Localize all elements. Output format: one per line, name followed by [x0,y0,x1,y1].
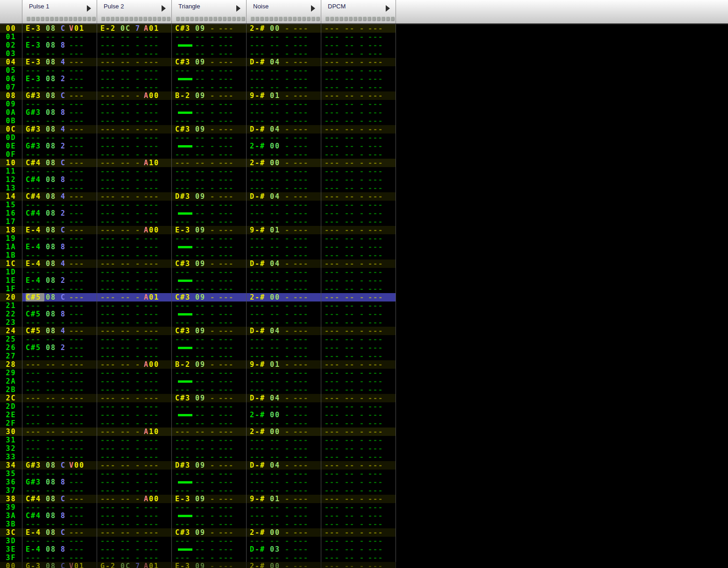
instrument-column[interactable]: -- [270,386,283,394]
note-column[interactable]: --- [175,554,194,562]
note-column[interactable] [175,545,194,554]
note-column[interactable]: G#3 [26,108,44,117]
note-column[interactable]: G#3 [26,461,44,470]
pattern-cell-noise[interactable]: --------- [247,66,321,75]
instrument-column[interactable]: -- [345,360,358,369]
volume-column[interactable]: - [360,133,367,142]
effect-column[interactable]: --- [144,310,165,318]
note-column[interactable]: --- [100,436,119,444]
volume-column[interactable]: 2 [61,276,68,285]
pattern-cell-pulse2[interactable]: --------- [97,33,172,41]
effect-column[interactable]: A01 [144,293,165,302]
instrument-column[interactable]: -- [345,226,358,234]
note-column[interactable]: --- [250,49,269,58]
volume-column[interactable]: - [360,419,367,428]
effect-column[interactable]: --- [368,512,389,520]
effect-column[interactable]: --- [368,377,389,386]
volume-column[interactable]: - [210,318,217,327]
pattern-cell-pulse2[interactable]: --------- [97,554,172,562]
pattern-cell-pulse1[interactable]: E-4084--- [22,259,97,268]
pattern-cell-dpcm[interactable]: --------- [321,436,396,444]
pattern-cell-triangle[interactable]: --------- [172,49,247,58]
pattern-cell-noise[interactable]: D-#04---- [247,394,321,402]
effect-column[interactable]: --- [69,360,90,369]
effect-column[interactable]: --- [293,159,314,167]
effect-column[interactable]: --- [219,512,240,520]
volume-column[interactable]: - [135,344,142,352]
note-column[interactable]: --- [100,386,119,394]
volume-column[interactable]: - [210,192,217,201]
volume-column[interactable]: - [135,75,142,83]
volume-column[interactable]: - [285,344,292,352]
instrument-column[interactable]: -- [270,243,283,251]
note-column[interactable]: --- [325,150,343,159]
note-column[interactable]: --- [26,554,44,562]
instrument-column[interactable]: -- [345,33,358,41]
instrument-column[interactable]: -- [46,503,59,512]
instrument-column[interactable]: -- [270,470,283,478]
effect-column[interactable]: --- [219,520,240,528]
pattern-cell-pulse2[interactable]: --------- [97,209,172,217]
note-column[interactable]: --- [250,66,269,75]
effect-column[interactable]: --- [144,478,165,486]
effect-column[interactable]: --- [368,175,389,184]
note-column[interactable]: --- [175,167,194,175]
pattern-cell-dpcm[interactable]: --------- [321,108,396,117]
pattern-cell-triangle[interactable]: --------- [172,470,247,478]
pattern-cell-dpcm[interactable]: --------- [321,83,396,91]
instrument-column[interactable]: -- [46,554,59,562]
instrument-column[interactable]: -- [345,436,358,444]
pattern-cell-pulse1[interactable]: --------- [22,411,97,419]
instrument-column[interactable]: -- [120,495,134,503]
pattern-cell-noise[interactable]: --------- [247,512,321,520]
note-column[interactable]: --- [100,117,119,125]
effect-column[interactable]: --- [219,293,240,302]
pattern-cell-pulse1[interactable]: --------- [22,251,97,259]
pattern-cell-pulse2[interactable]: --------- [97,369,172,377]
instrument-column[interactable]: -- [270,117,283,125]
instrument-column[interactable]: -- [345,352,358,360]
volume-column[interactable]: - [360,243,367,251]
volume-column[interactable]: - [210,226,217,234]
effect-column[interactable]: --- [69,66,90,75]
pattern-cell-noise[interactable]: --------- [247,167,321,175]
volume-column[interactable]: - [135,125,142,133]
note-column[interactable]: --- [100,318,119,327]
pattern-cell-noise[interactable]: 2-#00---- [247,428,321,436]
volume-column[interactable]: - [135,41,142,49]
note-column[interactable]: --- [250,276,269,285]
instrument-column[interactable]: -- [46,520,59,528]
note-column[interactable]: --- [26,436,44,444]
volume-column[interactable]: - [285,436,292,444]
pattern-cell-noise[interactable]: --------- [247,419,321,428]
pattern-cell-pulse2[interactable]: --------- [97,192,172,201]
instrument-column[interactable]: -- [120,436,134,444]
effect-column[interactable]: --- [144,503,165,512]
instrument-column[interactable]: 04 [270,394,283,402]
volume-column[interactable]: - [285,411,292,419]
instrument-column[interactable]: -- [120,276,134,285]
effect-column[interactable]: --- [293,167,314,175]
effect-column[interactable]: --- [144,175,165,184]
effect-column[interactable]: --- [219,419,240,428]
pattern-cell-pulse1[interactable]: --------- [22,217,97,226]
pattern-cell-pulse2[interactable]: --------- [97,537,172,545]
effect-column[interactable]: --- [219,209,240,217]
pattern-cell-triangle[interactable]: ------ [172,310,247,318]
instrument-column[interactable]: -- [345,133,358,142]
volume-column[interactable]: - [285,268,292,276]
effect-column[interactable]: A00 [144,226,165,234]
note-column[interactable]: --- [250,41,269,49]
instrument-column[interactable]: -- [195,520,209,528]
volume-column[interactable]: - [360,436,367,444]
note-column[interactable]: --- [325,528,343,537]
note-column[interactable]: E-4 [26,259,44,268]
pattern-cell-pulse1[interactable]: --------- [22,436,97,444]
effect-column[interactable]: --- [219,554,240,562]
instrument-column[interactable]: 08 [46,24,59,33]
volume-column[interactable]: - [285,142,292,150]
pattern-cell-triangle[interactable]: --------- [172,386,247,394]
volume-column[interactable]: 8 [61,41,68,49]
effect-column[interactable]: --- [144,327,165,335]
instrument-column[interactable]: 09 [195,293,209,302]
